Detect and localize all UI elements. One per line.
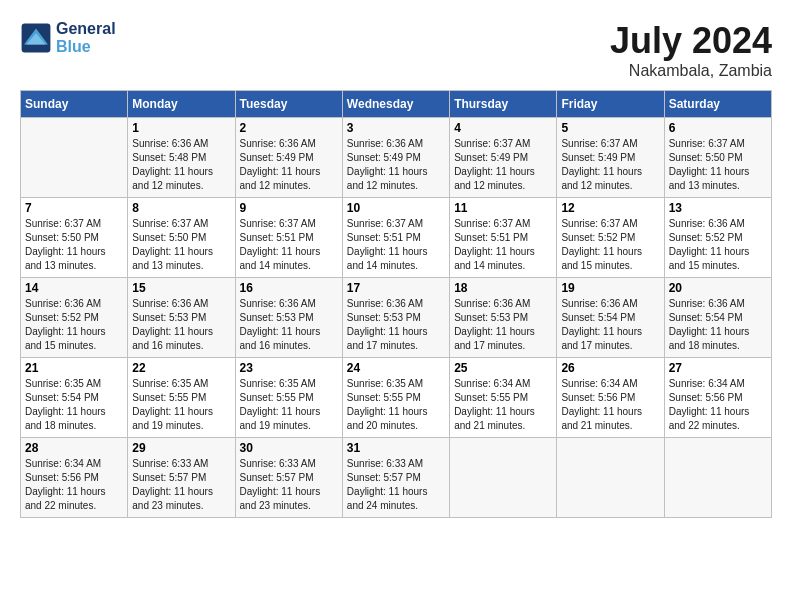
calendar-week-row: 14Sunrise: 6:36 AM Sunset: 5:52 PM Dayli… bbox=[21, 278, 772, 358]
day-info: Sunrise: 6:36 AM Sunset: 5:48 PM Dayligh… bbox=[132, 137, 230, 193]
calendar-day-cell: 1Sunrise: 6:36 AM Sunset: 5:48 PM Daylig… bbox=[128, 118, 235, 198]
day-info: Sunrise: 6:37 AM Sunset: 5:49 PM Dayligh… bbox=[561, 137, 659, 193]
day-number: 15 bbox=[132, 281, 230, 295]
day-info: Sunrise: 6:36 AM Sunset: 5:53 PM Dayligh… bbox=[240, 297, 338, 353]
calendar-day-cell bbox=[21, 118, 128, 198]
day-info: Sunrise: 6:35 AM Sunset: 5:55 PM Dayligh… bbox=[347, 377, 445, 433]
calendar-header-cell: Sunday bbox=[21, 91, 128, 118]
day-info: Sunrise: 6:37 AM Sunset: 5:49 PM Dayligh… bbox=[454, 137, 552, 193]
day-number: 25 bbox=[454, 361, 552, 375]
calendar-day-cell: 4Sunrise: 6:37 AM Sunset: 5:49 PM Daylig… bbox=[450, 118, 557, 198]
calendar-day-cell: 8Sunrise: 6:37 AM Sunset: 5:50 PM Daylig… bbox=[128, 198, 235, 278]
calendar-header-cell: Tuesday bbox=[235, 91, 342, 118]
day-number: 26 bbox=[561, 361, 659, 375]
day-number: 8 bbox=[132, 201, 230, 215]
day-info: Sunrise: 6:35 AM Sunset: 5:54 PM Dayligh… bbox=[25, 377, 123, 433]
calendar-day-cell: 22Sunrise: 6:35 AM Sunset: 5:55 PM Dayli… bbox=[128, 358, 235, 438]
day-info: Sunrise: 6:37 AM Sunset: 5:50 PM Dayligh… bbox=[25, 217, 123, 273]
calendar-day-cell: 6Sunrise: 6:37 AM Sunset: 5:50 PM Daylig… bbox=[664, 118, 771, 198]
day-info: Sunrise: 6:36 AM Sunset: 5:52 PM Dayligh… bbox=[669, 217, 767, 273]
day-info: Sunrise: 6:34 AM Sunset: 5:56 PM Dayligh… bbox=[561, 377, 659, 433]
day-info: Sunrise: 6:33 AM Sunset: 5:57 PM Dayligh… bbox=[132, 457, 230, 513]
day-number: 6 bbox=[669, 121, 767, 135]
day-info: Sunrise: 6:37 AM Sunset: 5:51 PM Dayligh… bbox=[347, 217, 445, 273]
day-number: 2 bbox=[240, 121, 338, 135]
day-number: 10 bbox=[347, 201, 445, 215]
calendar-day-cell: 30Sunrise: 6:33 AM Sunset: 5:57 PM Dayli… bbox=[235, 438, 342, 518]
day-number: 20 bbox=[669, 281, 767, 295]
day-info: Sunrise: 6:33 AM Sunset: 5:57 PM Dayligh… bbox=[240, 457, 338, 513]
calendar-day-cell: 17Sunrise: 6:36 AM Sunset: 5:53 PM Dayli… bbox=[342, 278, 449, 358]
calendar-day-cell: 29Sunrise: 6:33 AM Sunset: 5:57 PM Dayli… bbox=[128, 438, 235, 518]
calendar-day-cell: 26Sunrise: 6:34 AM Sunset: 5:56 PM Dayli… bbox=[557, 358, 664, 438]
day-number: 17 bbox=[347, 281, 445, 295]
calendar-day-cell: 11Sunrise: 6:37 AM Sunset: 5:51 PM Dayli… bbox=[450, 198, 557, 278]
calendar-day-cell: 19Sunrise: 6:36 AM Sunset: 5:54 PM Dayli… bbox=[557, 278, 664, 358]
day-number: 29 bbox=[132, 441, 230, 455]
calendar-day-cell: 18Sunrise: 6:36 AM Sunset: 5:53 PM Dayli… bbox=[450, 278, 557, 358]
day-info: Sunrise: 6:36 AM Sunset: 5:49 PM Dayligh… bbox=[240, 137, 338, 193]
day-info: Sunrise: 6:34 AM Sunset: 5:55 PM Dayligh… bbox=[454, 377, 552, 433]
calendar-day-cell: 21Sunrise: 6:35 AM Sunset: 5:54 PM Dayli… bbox=[21, 358, 128, 438]
day-number: 18 bbox=[454, 281, 552, 295]
day-info: Sunrise: 6:37 AM Sunset: 5:52 PM Dayligh… bbox=[561, 217, 659, 273]
day-number: 16 bbox=[240, 281, 338, 295]
calendar-day-cell: 15Sunrise: 6:36 AM Sunset: 5:53 PM Dayli… bbox=[128, 278, 235, 358]
day-info: Sunrise: 6:37 AM Sunset: 5:50 PM Dayligh… bbox=[669, 137, 767, 193]
day-info: Sunrise: 6:34 AM Sunset: 5:56 PM Dayligh… bbox=[25, 457, 123, 513]
day-info: Sunrise: 6:36 AM Sunset: 5:49 PM Dayligh… bbox=[347, 137, 445, 193]
day-info: Sunrise: 6:35 AM Sunset: 5:55 PM Dayligh… bbox=[132, 377, 230, 433]
logo-icon bbox=[20, 22, 52, 54]
calendar-day-cell: 5Sunrise: 6:37 AM Sunset: 5:49 PM Daylig… bbox=[557, 118, 664, 198]
calendar-day-cell: 16Sunrise: 6:36 AM Sunset: 5:53 PM Dayli… bbox=[235, 278, 342, 358]
day-info: Sunrise: 6:36 AM Sunset: 5:53 PM Dayligh… bbox=[454, 297, 552, 353]
calendar-day-cell: 25Sunrise: 6:34 AM Sunset: 5:55 PM Dayli… bbox=[450, 358, 557, 438]
day-number: 9 bbox=[240, 201, 338, 215]
calendar-day-cell: 13Sunrise: 6:36 AM Sunset: 5:52 PM Dayli… bbox=[664, 198, 771, 278]
day-number: 22 bbox=[132, 361, 230, 375]
day-number: 19 bbox=[561, 281, 659, 295]
calendar-day-cell: 31Sunrise: 6:33 AM Sunset: 5:57 PM Dayli… bbox=[342, 438, 449, 518]
month-year: July 2024 bbox=[610, 20, 772, 62]
calendar-week-row: 21Sunrise: 6:35 AM Sunset: 5:54 PM Dayli… bbox=[21, 358, 772, 438]
page-header: General Blue July 2024 Nakambala, Zambia bbox=[20, 20, 772, 80]
day-info: Sunrise: 6:33 AM Sunset: 5:57 PM Dayligh… bbox=[347, 457, 445, 513]
day-info: Sunrise: 6:37 AM Sunset: 5:50 PM Dayligh… bbox=[132, 217, 230, 273]
day-info: Sunrise: 6:36 AM Sunset: 5:54 PM Dayligh… bbox=[561, 297, 659, 353]
calendar-header-cell: Friday bbox=[557, 91, 664, 118]
day-info: Sunrise: 6:36 AM Sunset: 5:52 PM Dayligh… bbox=[25, 297, 123, 353]
calendar-day-cell: 10Sunrise: 6:37 AM Sunset: 5:51 PM Dayli… bbox=[342, 198, 449, 278]
calendar-day-cell: 20Sunrise: 6:36 AM Sunset: 5:54 PM Dayli… bbox=[664, 278, 771, 358]
calendar-body: 1Sunrise: 6:36 AM Sunset: 5:48 PM Daylig… bbox=[21, 118, 772, 518]
calendar-week-row: 1Sunrise: 6:36 AM Sunset: 5:48 PM Daylig… bbox=[21, 118, 772, 198]
day-number: 28 bbox=[25, 441, 123, 455]
calendar-day-cell: 3Sunrise: 6:36 AM Sunset: 5:49 PM Daylig… bbox=[342, 118, 449, 198]
day-number: 4 bbox=[454, 121, 552, 135]
calendar-day-cell: 9Sunrise: 6:37 AM Sunset: 5:51 PM Daylig… bbox=[235, 198, 342, 278]
day-info: Sunrise: 6:34 AM Sunset: 5:56 PM Dayligh… bbox=[669, 377, 767, 433]
calendar-header-cell: Thursday bbox=[450, 91, 557, 118]
day-number: 13 bbox=[669, 201, 767, 215]
day-number: 1 bbox=[132, 121, 230, 135]
calendar-header-row: SundayMondayTuesdayWednesdayThursdayFrid… bbox=[21, 91, 772, 118]
day-info: Sunrise: 6:37 AM Sunset: 5:51 PM Dayligh… bbox=[240, 217, 338, 273]
day-info: Sunrise: 6:36 AM Sunset: 5:54 PM Dayligh… bbox=[669, 297, 767, 353]
calendar-day-cell bbox=[664, 438, 771, 518]
title-block: July 2024 Nakambala, Zambia bbox=[610, 20, 772, 80]
day-number: 7 bbox=[25, 201, 123, 215]
calendar-table: SundayMondayTuesdayWednesdayThursdayFrid… bbox=[20, 90, 772, 518]
day-info: Sunrise: 6:36 AM Sunset: 5:53 PM Dayligh… bbox=[132, 297, 230, 353]
calendar-day-cell: 24Sunrise: 6:35 AM Sunset: 5:55 PM Dayli… bbox=[342, 358, 449, 438]
day-number: 5 bbox=[561, 121, 659, 135]
day-number: 23 bbox=[240, 361, 338, 375]
day-number: 31 bbox=[347, 441, 445, 455]
calendar-day-cell bbox=[557, 438, 664, 518]
day-info: Sunrise: 6:35 AM Sunset: 5:55 PM Dayligh… bbox=[240, 377, 338, 433]
calendar-day-cell: 23Sunrise: 6:35 AM Sunset: 5:55 PM Dayli… bbox=[235, 358, 342, 438]
calendar-week-row: 7Sunrise: 6:37 AM Sunset: 5:50 PM Daylig… bbox=[21, 198, 772, 278]
day-number: 12 bbox=[561, 201, 659, 215]
calendar-header-cell: Monday bbox=[128, 91, 235, 118]
calendar-day-cell: 14Sunrise: 6:36 AM Sunset: 5:52 PM Dayli… bbox=[21, 278, 128, 358]
day-info: Sunrise: 6:36 AM Sunset: 5:53 PM Dayligh… bbox=[347, 297, 445, 353]
day-number: 3 bbox=[347, 121, 445, 135]
